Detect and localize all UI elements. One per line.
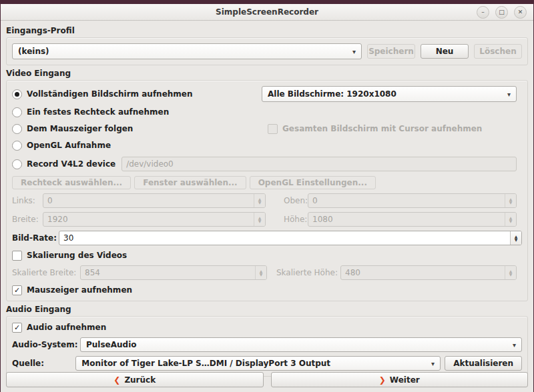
screen-select-value: Alle Bildschirme: 1920x1080 — [268, 89, 396, 99]
profile-groupbox: (keins) ▾ Speichern Neu Löschen — [6, 37, 528, 65]
next-button-label: Weiter — [390, 375, 420, 385]
maximize-button[interactable]: □ — [495, 6, 508, 19]
checkbox-record-audio[interactable]: ✓ — [12, 323, 22, 333]
audio-source-value: Monitor of Tiger Lake-LP S…DMI / Display… — [81, 359, 330, 368]
top-spinbox[interactable]: ▲▼ — [308, 193, 517, 208]
select-window-button[interactable]: Fenster auswählen... — [134, 176, 246, 189]
window-controls: – □ ✕ — [477, 6, 533, 19]
profile-combo-value: (keins) — [18, 47, 49, 56]
radio-v4l2[interactable] — [12, 159, 22, 169]
chevron-down-icon: ▾ — [507, 341, 516, 349]
audio-section-title: Audio Eingang — [6, 305, 528, 314]
framerate-spinner[interactable]: ▲▼ — [510, 231, 521, 245]
refresh-sources-button[interactable]: Aktualisieren — [445, 356, 522, 371]
back-button[interactable]: ❮ Zurück — [6, 372, 264, 387]
radio-follow-cursor[interactable] — [12, 124, 22, 134]
minimize-icon: – — [481, 9, 485, 15]
screen-select-combo[interactable]: Alle Bildschirme: 1920x1080 ▾ — [262, 86, 517, 102]
height-label: Höhe: — [284, 215, 308, 224]
next-button[interactable]: ❯ Weiter — [271, 372, 529, 387]
width-label: Breite: — [12, 215, 43, 224]
v4l2-device-input[interactable] — [122, 159, 516, 169]
checkbox-scale-video-label: Skalierung des Videos — [27, 251, 127, 260]
window-title: SimpleScreenRecorder — [1, 7, 533, 17]
radio-fixed-rectangle-label: Ein festes Rechteck aufnehmen — [27, 107, 169, 117]
checkbox-record-cursor-fullscreen-label: Gesamten Bildschirm mit Cursor aufnehmen — [282, 124, 482, 133]
back-button-label: Zurück — [124, 375, 156, 385]
width-input[interactable] — [43, 215, 254, 224]
scaled-width-label: Skalierte Breite: — [12, 268, 80, 277]
opengl-settings-button[interactable]: OpenGL Einstellungen... — [250, 176, 376, 189]
minimize-button[interactable]: – — [477, 6, 489, 19]
checkbox-record-cursor-fullscreen[interactable] — [268, 124, 278, 134]
checkbox-record-audio-label: Audio aufnehmen — [27, 323, 106, 332]
back-chevron-icon: ❮ — [113, 375, 120, 385]
spin-down-icon: ▼ — [260, 273, 263, 276]
left-spinbox[interactable]: ▲▼ — [43, 193, 266, 208]
spin-down-icon: ▼ — [258, 219, 262, 223]
spin-down-icon: ▼ — [258, 201, 262, 204]
profile-combo[interactable]: (keins) ▾ — [12, 43, 362, 59]
profile-section-title: Eingangs-Profil — [6, 26, 528, 35]
audio-groupbox: ✓ Audio aufnehmen Audio-System: PulseAud… — [6, 316, 528, 377]
spin-down-icon: ▼ — [509, 219, 513, 223]
radio-v4l2-label: Record V4L2 device — [27, 159, 115, 169]
audio-system-label: Audio-System: — [12, 340, 80, 349]
radio-fullscreen[interactable] — [12, 89, 22, 99]
video-groupbox: Vollständigen Bildschirm aufnehmen Alle … — [6, 80, 528, 301]
scaled-height-label: Skalierte Höhe: — [276, 268, 340, 277]
audio-system-combo[interactable]: PulseAudio ▾ — [80, 337, 522, 352]
new-profile-button[interactable]: Neu — [421, 44, 469, 59]
radio-fixed-rectangle[interactable] — [12, 107, 22, 117]
top-label: Oben: — [284, 196, 308, 205]
delete-profile-button[interactable]: Löschen — [474, 44, 522, 59]
width-spinner[interactable]: ▲▼ — [254, 213, 265, 226]
maximize-icon: □ — [499, 9, 505, 15]
audio-source-label: Quelle: — [12, 359, 75, 368]
top-spinner[interactable]: ▲▼ — [505, 194, 516, 207]
framerate-label: Bild-Rate: — [12, 233, 59, 243]
chevron-down-icon: ▾ — [502, 91, 511, 98]
select-rectangle-button[interactable]: Rechteck auswählen... — [12, 176, 131, 189]
top-input[interactable] — [308, 196, 505, 205]
left-input[interactable] — [43, 196, 254, 205]
height-spinbox[interactable]: ▲▼ — [308, 212, 517, 227]
close-button[interactable]: ✕ — [514, 6, 527, 19]
wizard-navigation: ❮ Zurück ❯ Weiter — [6, 372, 528, 387]
chevron-down-icon: ▾ — [426, 360, 435, 367]
check-icon: ✓ — [14, 287, 20, 294]
audio-system-value: PulseAudio — [86, 340, 137, 349]
checkbox-record-cursor-label: Mauszeiger aufnehmen — [27, 285, 132, 295]
checkbox-scale-video[interactable] — [12, 251, 22, 261]
left-label: Links: — [12, 196, 43, 205]
check-icon: ✓ — [14, 324, 20, 331]
audio-source-combo[interactable]: Monitor of Tiger Lake-LP S…DMI / Display… — [75, 356, 441, 371]
height-spinner[interactable]: ▲▼ — [505, 213, 516, 226]
v4l2-device-field[interactable] — [121, 157, 517, 171]
chevron-down-icon: ▾ — [347, 48, 356, 55]
left-spinner[interactable]: ▲▼ — [254, 194, 265, 207]
width-spinbox[interactable]: ▲▼ — [43, 212, 266, 227]
video-section-title: Video Eingang — [6, 69, 528, 78]
scaled-width-spinbox[interactable]: ▲▼ — [80, 265, 267, 280]
scaled-width-spinner[interactable]: ▲▼ — [255, 266, 266, 279]
save-profile-button[interactable]: Speichern — [367, 44, 415, 59]
spin-down-icon: ▼ — [509, 201, 513, 204]
radio-follow-cursor-label: Dem Mauszeiger folgen — [27, 124, 133, 133]
framerate-input[interactable] — [59, 233, 510, 243]
scaled-height-spinner[interactable]: ▲▼ — [505, 266, 516, 279]
spin-down-icon: ▼ — [509, 273, 513, 276]
app-window: SimpleScreenRecorder – □ ✕ Eingangs-Prof… — [1, 0, 533, 392]
radio-opengl-label: OpenGL Aufnahme — [27, 141, 111, 150]
close-icon: ✕ — [518, 9, 523, 15]
radio-fullscreen-label: Vollständigen Bildschirm aufnehmen — [27, 89, 193, 99]
title-bar: SimpleScreenRecorder – □ ✕ — [1, 4, 533, 21]
spin-down-icon: ▼ — [515, 238, 518, 241]
radio-opengl[interactable] — [12, 141, 22, 151]
scaled-width-input[interactable] — [81, 268, 255, 277]
scaled-height-spinbox[interactable]: ▲▼ — [340, 265, 517, 280]
height-input[interactable] — [308, 215, 505, 224]
checkbox-record-cursor[interactable]: ✓ — [12, 285, 22, 295]
scaled-height-input[interactable] — [341, 268, 505, 277]
framerate-spinbox[interactable]: ▲▼ — [59, 231, 522, 245]
